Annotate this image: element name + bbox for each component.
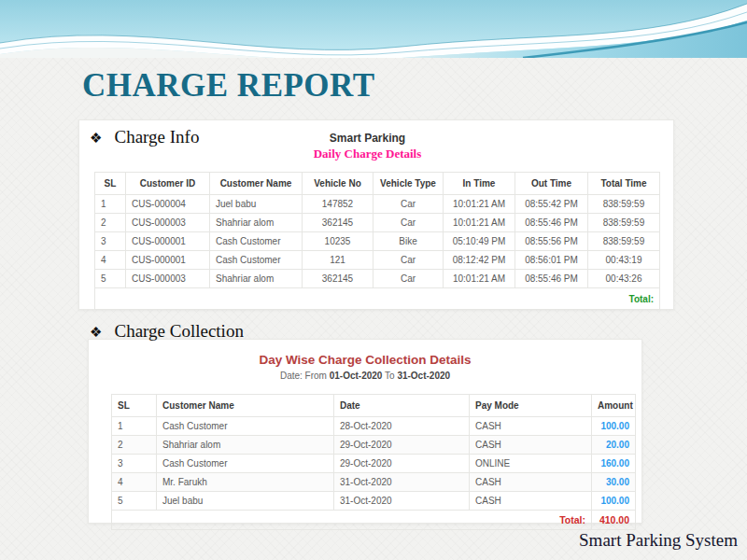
- date-prefix: Date: From: [280, 371, 327, 381]
- cell: CUS-000003: [126, 270, 210, 288]
- date-to: 31-Oct-2020: [397, 371, 450, 381]
- section-heading-label: Charge Info: [114, 127, 199, 147]
- cell: 10:01:21 AM: [444, 214, 515, 232]
- total-row: Total: 25,300.00: [95, 288, 660, 310]
- cell: 28-Oct-2020: [334, 417, 470, 436]
- cell: CASH: [470, 473, 592, 492]
- column-header-in-time: In Time: [444, 173, 515, 195]
- charge-collection-panel: Day Wise Charge Collection Details Date:…: [88, 339, 642, 524]
- cell: 3: [95, 232, 126, 251]
- table-row: 3Cash Customer29-Oct-2020ONLINE160.00: [112, 455, 636, 473]
- table-row: 1Cash Customer28-Oct-2020CASH100.00: [112, 417, 636, 436]
- column-header-customer-id: Customer ID: [126, 173, 210, 195]
- total-row: Total: 410.00: [112, 511, 636, 530]
- column-header-customer-name: Customer Name: [210, 173, 303, 195]
- presentation-slide: CHARGE REPORT ❖Charge Info Smart Parking…: [0, 0, 747, 560]
- cell: 2: [95, 214, 126, 232]
- report-date-range: Date: From 01-Oct-2020 To 31-Oct-2020: [89, 371, 641, 381]
- diamond-bullet-icon: ❖: [90, 131, 102, 146]
- cell: 1: [95, 195, 126, 214]
- cell: 00:43:19: [588, 251, 660, 270]
- cell: 5: [112, 492, 157, 511]
- cell: Shahriar alom: [157, 436, 334, 455]
- column-header-out-time: Out Time: [515, 173, 588, 195]
- total-label: Total:: [95, 288, 660, 310]
- cell: 30.00: [592, 473, 636, 492]
- cell: 4: [112, 473, 157, 492]
- table-row: 1CUS-000004Juel babu147852Car10:01:21 AM…: [95, 195, 660, 214]
- cell: Car: [374, 214, 444, 232]
- table-row: 4CUS-000001Cash Customer121Car08:12:42 P…: [95, 251, 660, 270]
- cell: Car: [374, 251, 444, 270]
- total-label: Total:: [112, 511, 592, 530]
- cell: Juel babu: [157, 492, 334, 511]
- total-value: 410.00: [592, 511, 636, 530]
- report-title: Day Wise Charge Collection Details: [89, 353, 641, 367]
- charge-info-panel: Smart Parking Daily Charge Details SLCus…: [78, 119, 674, 310]
- cell: 4: [95, 251, 126, 270]
- column-header-sl: SL: [112, 395, 157, 417]
- diamond-bullet-icon: ❖: [90, 325, 102, 340]
- cell: Cash Customer: [210, 251, 303, 270]
- table-row: 5Juel babu31-Oct-2020CASH100.00: [112, 492, 636, 511]
- date-connector: To: [385, 371, 395, 381]
- cell: 10:01:21 AM: [444, 270, 515, 288]
- daily-charge-table: SLCustomer IDCustomer NameVehicle NoVehi…: [94, 172, 660, 310]
- column-header-vehicle-type: Vehicle Type: [374, 173, 444, 195]
- cell: 08:55:42 PM: [515, 195, 588, 214]
- cell: CASH: [470, 417, 592, 436]
- cell: 05:10:49 PM: [444, 232, 515, 251]
- cell: 31-Oct-2020: [334, 473, 470, 492]
- cell: 3: [112, 455, 157, 473]
- cell: 100.00: [592, 417, 636, 436]
- cell: 100.00: [592, 492, 636, 511]
- cell: Car: [374, 195, 444, 214]
- cell: Mr. Farukh: [157, 473, 334, 492]
- table-row: 5CUS-000003Shahriar alom362145Car10:01:2…: [95, 270, 660, 288]
- column-header-total-time: Total Time: [588, 173, 660, 195]
- cell: 362145: [303, 270, 374, 288]
- page-title: CHARGE REPORT: [82, 67, 375, 105]
- cell: CUS-000001: [126, 232, 210, 251]
- table-header-row: SLCustomer NameDatePay ModeAmount: [112, 395, 636, 417]
- cell: Juel babu: [210, 195, 303, 214]
- table-row: 4Mr. Farukh31-Oct-2020CASH30.00: [112, 473, 636, 492]
- cell: CUS-000004: [126, 195, 210, 214]
- column-header-vehicle-no: Vehicle No: [303, 173, 374, 195]
- column-header-sl: SL: [95, 173, 126, 195]
- charge-collection-table: SLCustomer NameDatePay ModeAmount 1Cash …: [111, 394, 636, 530]
- cell: 147852: [303, 195, 374, 214]
- cell: Shahriar alom: [210, 214, 303, 232]
- cell: 1: [112, 417, 157, 436]
- cell: 29-Oct-2020: [334, 436, 470, 455]
- cell: 20.00: [592, 436, 636, 455]
- column-header-date: Date: [334, 395, 470, 417]
- slide-footer: Smart Parking System: [579, 530, 738, 551]
- cell: Shahriar alom: [210, 270, 303, 288]
- cell: 08:55:56 PM: [515, 232, 588, 251]
- cell: 362145: [303, 214, 374, 232]
- table-row: 3CUS-000001Cash Customer10235Bike05:10:4…: [95, 232, 660, 251]
- column-header-pay-mode: Pay Mode: [470, 395, 592, 417]
- cell: 08:55:46 PM: [515, 214, 588, 232]
- cell: Car: [374, 270, 444, 288]
- cell: 08:55:46 PM: [515, 270, 588, 288]
- wave-graphic: [0, 0, 747, 58]
- table-row: 2Shahriar alom29-Oct-2020CASH20.00: [112, 436, 636, 455]
- section-heading-charge-info: ❖Charge Info: [90, 127, 199, 147]
- cell: 10235: [303, 232, 374, 251]
- cell: CUS-000001: [126, 251, 210, 270]
- table-row: 2CUS-000003Shahriar alom362145Car10:01:2…: [95, 214, 660, 232]
- cell: Cash Customer: [157, 417, 334, 436]
- cell: 838:59:59: [588, 195, 660, 214]
- cell: 31-Oct-2020: [334, 492, 470, 511]
- cell: CASH: [470, 436, 592, 455]
- cell: 00:43:26: [588, 270, 660, 288]
- cell: Cash Customer: [210, 232, 303, 251]
- cell: 29-Oct-2020: [334, 455, 470, 473]
- section-heading-label: Charge Collection: [114, 321, 243, 341]
- cell: 08:56:01 PM: [515, 251, 588, 270]
- cell: 10:01:21 AM: [444, 195, 515, 214]
- cell: 838:59:59: [588, 232, 660, 251]
- cell: Cash Customer: [157, 455, 334, 473]
